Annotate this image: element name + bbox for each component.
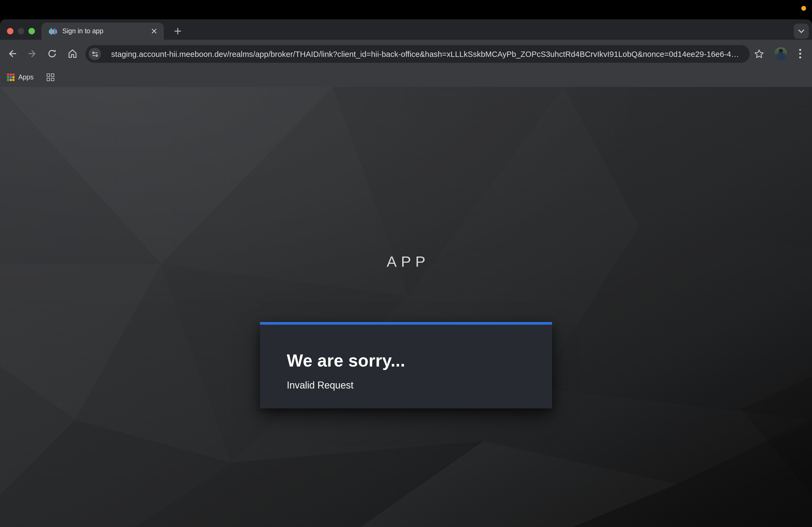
macos-zoom-button[interactable] (28, 28, 35, 34)
four-squares-bookmark-icon[interactable] (46, 73, 55, 81)
browser-window: Sign in to app (0, 19, 812, 527)
error-card-message: Invalid Request (287, 379, 525, 391)
tab-close-icon[interactable] (150, 27, 158, 35)
forward-button[interactable] (26, 47, 39, 60)
tab-sign-in-to-app[interactable]: Sign in to app (41, 22, 164, 40)
bookmarks-bar: Apps (0, 67, 812, 87)
lowpoly-background (0, 87, 812, 527)
macos-minimize-button[interactable] (18, 28, 24, 34)
reload-icon (47, 48, 57, 59)
new-tab-button[interactable] (171, 25, 184, 37)
profile-avatar[interactable] (774, 47, 787, 60)
back-button[interactable] (6, 47, 19, 60)
url-text[interactable]: staging.account-hii.meeboon.dev/realms/a… (111, 50, 739, 58)
bookmark-star-button[interactable] (752, 47, 765, 60)
system-strip (0, 0, 812, 19)
site-settings-button[interactable] (89, 48, 101, 60)
bookmark-label: Apps (18, 74, 33, 81)
reload-button[interactable] (46, 47, 59, 60)
browser-menu-button[interactable] (794, 47, 807, 60)
star-icon (754, 48, 764, 59)
error-card: We are sorry... Invalid Request (260, 322, 552, 408)
tab-title: Sign in to app (62, 27, 150, 35)
tab-favicon-icon (48, 27, 57, 36)
home-button[interactable] (66, 47, 79, 60)
browser-toolbar: staging.account-hii.meeboon.dev/realms/a… (0, 40, 812, 67)
chevron-down-icon (798, 29, 804, 33)
back-arrow-icon (7, 48, 18, 59)
recording-indicator-dot (801, 6, 806, 11)
tab-strip: Sign in to app (0, 19, 812, 40)
screen: Sign in to app (0, 0, 812, 527)
error-card-title: We are sorry... (287, 350, 525, 371)
page-content: APP We are sorry... Invalid Request (0, 87, 812, 527)
three-dot-menu-icon (799, 49, 801, 59)
forward-arrow-icon (27, 48, 38, 59)
tune-icon (91, 51, 98, 57)
macos-close-button[interactable] (7, 28, 13, 34)
realm-title: APP (0, 253, 812, 270)
bookmark-apps[interactable]: Apps (4, 70, 37, 84)
home-icon (67, 48, 78, 59)
google-apps-grid-icon (7, 74, 14, 81)
tab-search-button[interactable] (794, 24, 809, 39)
url-bar[interactable]: staging.account-hii.meeboon.dev/realms/a… (85, 45, 750, 63)
